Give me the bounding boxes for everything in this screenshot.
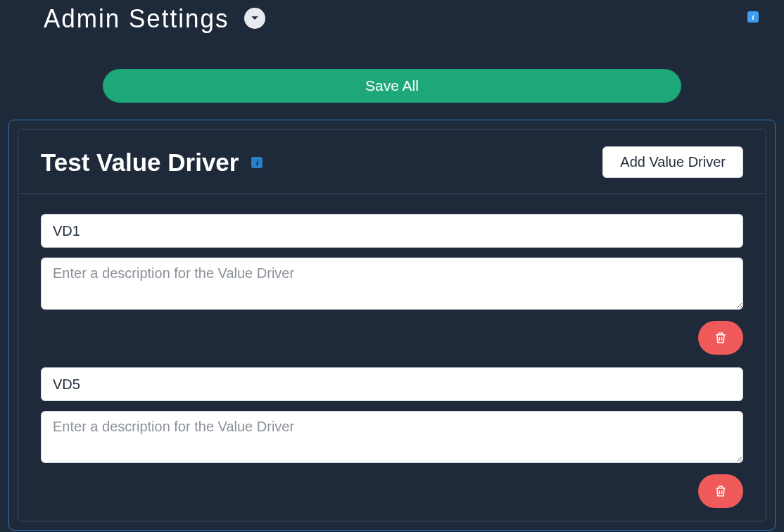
page-title: Admin Settings [44,3,229,33]
info-icon: i [747,11,759,23]
value-driver-block [41,367,743,508]
value-driver-card: Test Value Driver i Add Value Driver [8,120,776,531]
add-value-driver-button[interactable]: Add Value Driver [602,146,743,178]
card-info-icon[interactable]: i [251,157,263,168]
chevron-down-icon [249,13,260,24]
delete-row [41,321,743,355]
value-driver-description-input[interactable] [41,411,743,463]
card-inner: Test Value Driver i Add Value Driver [18,129,766,521]
card-header-left: Test Value Driver i [41,148,263,177]
delete-row [41,474,743,508]
delete-value-driver-button[interactable] [698,321,743,355]
value-driver-name-input[interactable] [41,367,743,401]
card-title: Test Value Driver [41,148,239,177]
trash-icon [714,329,728,346]
save-all-button[interactable]: Save All [103,69,681,103]
value-driver-name-input[interactable] [41,214,743,248]
top-info-icon[interactable]: i [747,11,759,23]
page-header: Admin Settings [0,0,784,32]
card-body [18,194,766,508]
delete-value-driver-button[interactable] [698,474,743,508]
value-driver-description-input[interactable] [41,258,743,310]
value-driver-block [41,214,743,355]
header-dropdown-toggle[interactable] [244,8,265,29]
save-all-wrapper: Save All [0,69,784,103]
trash-icon [714,483,728,500]
card-header: Test Value Driver i Add Value Driver [18,129,766,194]
